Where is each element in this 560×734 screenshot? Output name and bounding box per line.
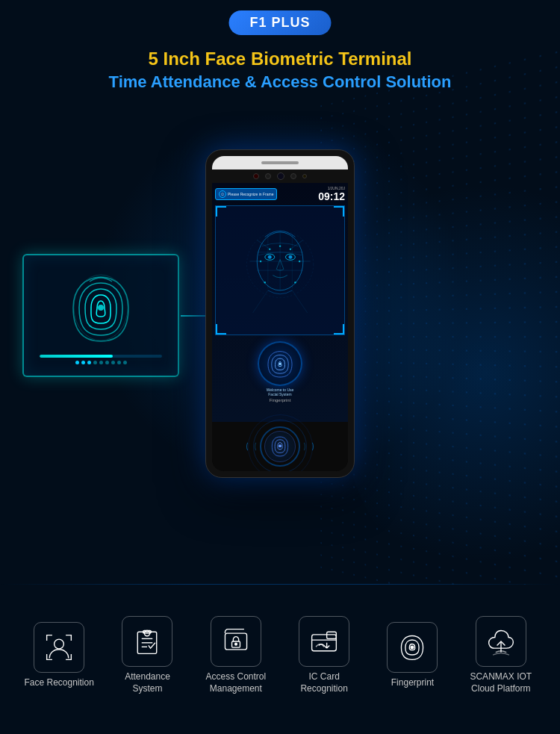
feature-item-face-recognition: Face Recognition — [22, 622, 96, 689]
nfc-wave-right — [299, 441, 314, 452]
fingerprint-icon — [397, 632, 427, 662]
device-body: ☺ Please Recognize in Frame 1/JUN,20J 09… — [205, 149, 355, 478]
screen-welcome-text: Welcome to Use Facial System — [267, 388, 294, 396]
attendance-label: Attendance System — [110, 671, 184, 694]
bottom-fp-ring — [260, 426, 300, 467]
scan-corner-tl — [216, 206, 226, 217]
cloud-label: SCANMAX IOT Cloud Platform — [464, 671, 538, 694]
nfc-arc — [255, 441, 261, 452]
title-line1: 5 Inch Face Biometric Terminal — [0, 49, 560, 69]
svg-point-15 — [279, 245, 281, 246]
svg-point-10 — [268, 255, 272, 259]
feature-item-cloud: SCANMAX IOT Cloud Platform — [464, 616, 538, 694]
nfc-arc — [308, 441, 314, 452]
device-cameras — [212, 169, 348, 183]
ic-card-label: IC Card Recognition — [287, 671, 361, 694]
svg-line-24 — [252, 290, 267, 313]
device-screen: ☺ Please Recognize in Frame 1/JUN,20J 09… — [212, 183, 348, 422]
svg-point-28 — [279, 444, 281, 447]
svg-point-29 — [55, 639, 64, 649]
recognize-button: ☺ Please Recognize in Frame — [215, 188, 277, 200]
cloud-upload-icon — [486, 626, 516, 656]
access-control-icon-box — [211, 616, 261, 667]
attendance-icon-box — [122, 616, 172, 667]
title-highlight: Face Biometric Terminal — [205, 49, 412, 69]
svg-point-12 — [288, 255, 292, 259]
nfc-arc — [299, 441, 305, 452]
device-inner: ☺ Please Recognize in Frame 1/JUN,20J 09… — [212, 156, 348, 471]
svg-rect-41 — [327, 632, 337, 639]
screen-fp-area: Welcome to Use Facial System Fingerprint — [215, 338, 345, 405]
face-recognition-label: Face Recognition — [24, 677, 93, 689]
device-bottom-reader — [212, 422, 348, 471]
fingerprint-progress — [40, 355, 163, 358]
svg-point-18 — [264, 282, 265, 283]
main-camera — [277, 172, 284, 180]
screen-fp-label: Fingerprint — [270, 398, 291, 402]
device-container: ☺ Please Recognize in Frame 1/JUN,20J 09… — [205, 149, 355, 478]
attendance-icon — [132, 626, 162, 656]
bottom-fp-button[interactable] — [264, 431, 296, 462]
face-hologram — [225, 216, 335, 325]
svg-point-1 — [98, 305, 104, 311]
screen-header: ☺ Please Recognize in Frame 1/JUN,20J 09… — [215, 186, 345, 202]
face-recognition-icon-box — [34, 622, 84, 673]
ic-card-icon — [309, 626, 339, 656]
svg-point-38 — [234, 644, 237, 646]
fp-dot — [87, 361, 91, 364]
fingerprint-label: Fingerprint — [391, 677, 434, 689]
fp-dot — [99, 361, 103, 364]
nfc-arc — [246, 441, 252, 452]
feature-item-ic-card: IC Card Recognition — [287, 616, 361, 694]
camera-1 — [265, 173, 271, 179]
badge-text: F1 PLUS — [249, 15, 310, 30]
device-speaker — [261, 161, 299, 164]
feature-item-fingerprint: Fingerprint — [375, 622, 449, 689]
title-line2: Time Attendance & Access Control Solutio… — [0, 72, 560, 92]
title-section: 5 Inch Face Biometric Terminal Time Atte… — [0, 49, 560, 92]
access-control-label: Access Control Management — [199, 671, 273, 694]
fingerprint-scan-icon — [67, 267, 134, 349]
svg-line-25 — [292, 290, 307, 313]
fingerprint-icon-box — [387, 622, 438, 673]
sensor — [302, 174, 307, 178]
product-badge: F1 PLUS — [228, 10, 331, 35]
svg-rect-39 — [312, 635, 337, 651]
scan-corner-bl — [216, 324, 226, 335]
fingerprint-progress-bar — [40, 355, 113, 358]
svg-point-19 — [294, 282, 296, 283]
fp-dot — [123, 361, 127, 364]
scan-corner-tr — [334, 206, 344, 217]
access-control-icon — [221, 626, 251, 656]
fp-dot — [117, 361, 121, 364]
nfc-wave-left — [246, 441, 261, 452]
fp-dot — [105, 361, 109, 364]
camera-2 — [290, 173, 296, 179]
fingerprint-dots — [75, 361, 127, 364]
fp-dot — [111, 361, 115, 364]
fp-dot — [81, 361, 85, 364]
device-top-bar — [212, 156, 348, 169]
recognize-text: Please Recognize in Frame — [228, 192, 273, 196]
fp-dot — [75, 361, 79, 364]
title-prefix: 5 Inch — [148, 49, 205, 69]
screen-fp-circle — [258, 341, 302, 386]
recognize-icon: ☺ — [219, 190, 226, 198]
fp-dot — [93, 361, 97, 364]
cloud-icon-box — [476, 616, 526, 667]
svg-point-42 — [411, 646, 414, 649]
screen-time: 09:12 — [318, 190, 345, 202]
feature-item-access-control: Access Control Management — [199, 616, 273, 694]
scan-corner-br — [334, 324, 344, 335]
feature-item-attendance: Attendance System — [110, 616, 184, 694]
face-scan-area — [215, 205, 345, 335]
ic-card-icon-box — [299, 616, 349, 667]
ir-camera — [253, 173, 259, 179]
svg-point-27 — [279, 363, 281, 365]
screen-clock: 1/JUN,20J 09:12 — [318, 186, 345, 202]
features-row: Face Recognition Attendance System — [0, 585, 560, 734]
bg-glow-right — [336, 149, 560, 597]
fingerprint-panel — [22, 254, 179, 377]
face-recognition-icon — [44, 632, 74, 662]
